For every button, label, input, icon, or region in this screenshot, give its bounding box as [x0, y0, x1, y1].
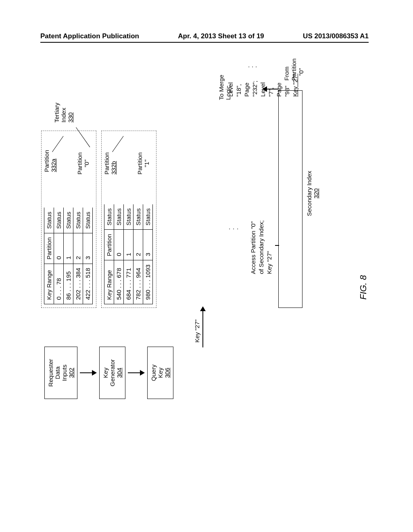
pB-r3c1: 980 . . . 1093: [143, 260, 153, 304]
partition-0-block: Partition 332a Partition "0" Key Range P…: [41, 131, 96, 308]
header-right: US 2013/0086353 A1: [303, 32, 369, 40]
figure-diagram: Requester Data Inputs 302 Key Generator …: [44, 73, 413, 403]
key-arrow: [202, 307, 203, 347]
ti-l2: Index: [60, 103, 67, 123]
arrow-1-head: [92, 370, 97, 376]
secondary-index-label: Secondary Index 320: [306, 165, 319, 222]
pB-r1c2: 1: [124, 230, 133, 260]
pA-r3c1: 422 . . . 518: [83, 264, 93, 304]
partB-tagref: 332b: [110, 161, 117, 175]
partB-n1: Partition: [136, 152, 143, 175]
kg-l1: Key: [102, 349, 109, 397]
partB-name: Partition "1": [136, 152, 150, 175]
pB-r3c2: 3: [143, 230, 153, 260]
from-l1: From: [283, 58, 290, 81]
pB-h1: Key Range: [104, 260, 114, 304]
pB-r0c1: 540 . . . 678: [114, 260, 124, 304]
requester-box: Requester Data Inputs 302: [44, 347, 77, 399]
pA-r0c1: 0 . . . 78: [54, 264, 64, 304]
partB-tag: Partition: [103, 152, 110, 175]
query-box: Query Key 306: [147, 347, 173, 399]
ti-ref: 330: [67, 103, 74, 123]
pB-r0c2: 0: [114, 230, 124, 260]
pA-r0c2: 0: [54, 233, 64, 264]
pA-r1c3: Status: [64, 208, 73, 233]
an-l2: of Secondary Index;: [257, 220, 265, 274]
continuation-dots: ...: [226, 228, 238, 230]
keygen-box: Key Generator 304: [99, 347, 125, 399]
figure-caption: FIG. 8: [358, 275, 369, 299]
req-l3: Inputs: [61, 349, 68, 397]
si-ref: 320: [313, 188, 319, 198]
arrow-1-stem: [80, 372, 92, 373]
partition-label-A: Partition 332a: [43, 150, 57, 172]
from-l3: "0": [298, 58, 305, 76]
continuation-dots-2: ...: [245, 66, 256, 68]
si-l: Secondary Index: [306, 171, 313, 216]
partA-n2: "0": [83, 160, 90, 167]
pA-r1c1: 86 . . . 195: [64, 264, 73, 304]
q-ref: 306: [164, 349, 171, 397]
header-left: Patent Application Publication: [40, 32, 139, 40]
from-l2: Partition: [290, 58, 298, 81]
partA-n1: Partition: [76, 152, 83, 175]
partition-1-table: Key Range Partition Status 540 . . . 678…: [104, 204, 153, 304]
kg-l2: Generator: [109, 349, 116, 397]
partA-name: Partition "0": [76, 152, 90, 175]
pB-r2c3: Status: [133, 204, 143, 230]
pB-r3c3: Status: [143, 204, 153, 230]
pA-h1: Key Range: [44, 264, 54, 304]
req-ref: 302: [68, 349, 75, 397]
secondary-index-box: [278, 90, 302, 308]
partA-tagref: 332a: [50, 159, 57, 172]
pA-r2c1: 202 . . . 384: [73, 264, 83, 304]
leader-332a: [52, 136, 63, 152]
an-l3: Key "27": [265, 220, 273, 274]
page-header: Patent Application Publication Apr. 4, 2…: [40, 32, 369, 43]
ti-l1: Tertiary: [53, 103, 60, 123]
pA-r2c3: Status: [73, 208, 83, 233]
header-center: Apr. 4, 2013 Sheet 13 of 19: [178, 32, 264, 40]
pB-h2: Partition: [104, 230, 114, 260]
req-l2: Data: [54, 349, 61, 397]
key-arrow-label: Key "27": [194, 320, 200, 343]
tertiary-index-group: Partition 332a Partition "0" Key Range P…: [41, 131, 161, 308]
tertiary-label: Tertiary Index 330: [53, 103, 74, 123]
pA-r0c3: Status: [54, 208, 64, 233]
an-l1: Access Partition "0": [249, 220, 257, 274]
left-flow-column: Requester Data Inputs 302 Key Generator …: [44, 347, 194, 399]
pB-r0c3: Status: [114, 204, 124, 230]
pB-r1c3: Status: [124, 204, 133, 230]
out-l2: Page "232";: [243, 73, 259, 97]
partB-n2: "1": [143, 160, 150, 167]
pA-r3c2: 3: [83, 233, 93, 264]
access-note: Access Partition "0" of Secondary Index;…: [249, 220, 273, 274]
q-l2: Key: [157, 349, 164, 397]
pA-r1c2: 1: [64, 233, 73, 264]
pA-r2c2: 2: [73, 233, 83, 264]
pB-r2c2: 2: [133, 230, 143, 260]
pB-r2c1: 782 . . . 964: [133, 260, 143, 304]
pB-r1c1: 684 . . . 771: [124, 260, 133, 304]
partition-1-block: Partition 332b Partition "1" Key Range P…: [101, 131, 156, 308]
out-l3: Level "7",: [259, 73, 275, 97]
pA-h3: Status: [44, 208, 54, 233]
pB-h3: Status: [104, 204, 114, 230]
arrow-2-head: [140, 370, 145, 376]
from-label: From Partition "0": [283, 58, 305, 81]
pA-h2: Partition: [44, 233, 54, 264]
out-l1: Level "18",: [227, 73, 243, 97]
partA-tag: Partition: [43, 150, 50, 172]
q-l1: Query: [150, 349, 157, 397]
req-l1: Requester: [47, 349, 54, 397]
leader-332b: [112, 136, 123, 152]
partition-label-B: Partition 332b: [103, 152, 117, 175]
kg-ref: 304: [116, 349, 123, 397]
arrow-2-stem: [128, 372, 140, 373]
pA-r3c3: Status: [83, 208, 93, 233]
partition-0-table: Key Range Partition Status 0 . . . 780St…: [44, 208, 93, 304]
